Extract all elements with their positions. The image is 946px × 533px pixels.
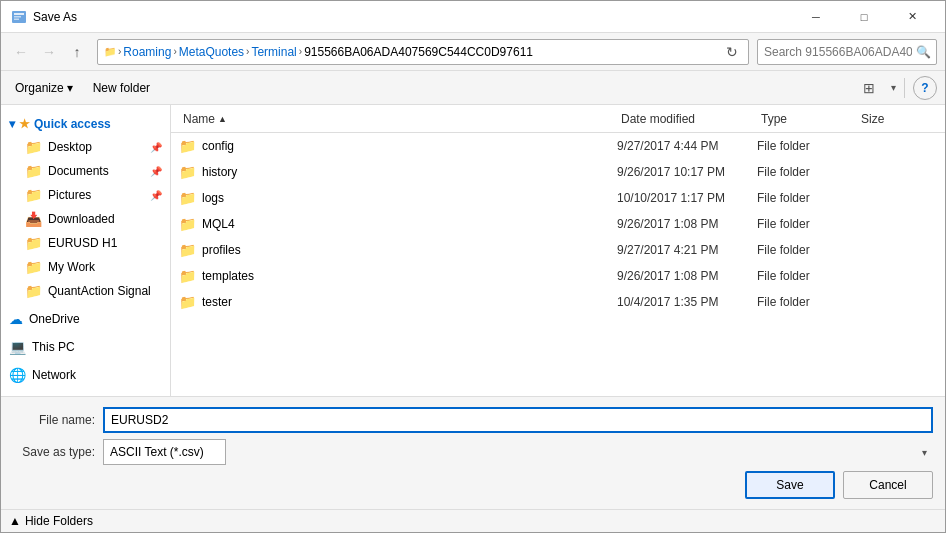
quick-access-header[interactable]: ▾ ★ Quick access bbox=[1, 113, 170, 135]
sidebar-quantaction-label: QuantAction Signal bbox=[48, 284, 151, 298]
folder-icon: 📁 bbox=[179, 216, 196, 232]
breadcrumb-terminal[interactable]: Terminal bbox=[251, 45, 296, 59]
sidebar-network-label: Network bbox=[32, 368, 76, 382]
organize-label: Organize bbox=[15, 81, 64, 95]
sidebar-pictures-label: Pictures bbox=[48, 188, 91, 202]
sidebar-item-mywork[interactable]: 📁 My Work bbox=[1, 255, 170, 279]
maximize-button[interactable]: □ bbox=[841, 7, 887, 27]
view-toggle-button[interactable]: ⊞ bbox=[855, 76, 883, 100]
sidebar-item-desktop[interactable]: 📁 Desktop 📌 bbox=[1, 135, 170, 159]
hide-folders-bar[interactable]: ▲ Hide Folders bbox=[1, 509, 945, 532]
breadcrumb: 📁 › Roaming › MetaQuotes › Terminal › 91… bbox=[104, 45, 722, 59]
breadcrumb-sep-3: › bbox=[299, 46, 302, 57]
bottom-bar: File name: Save as type: ASCII Text (*.c… bbox=[1, 396, 945, 509]
col-header-type[interactable]: Type bbox=[757, 112, 857, 126]
action-buttons-row: Save Cancel bbox=[13, 471, 933, 499]
sidebar-item-thispc[interactable]: 💻 This PC bbox=[1, 335, 170, 359]
sidebar-item-network[interactable]: 🌐 Network bbox=[1, 363, 170, 387]
col-type-label: Type bbox=[761, 112, 787, 126]
cancel-label: Cancel bbox=[869, 478, 906, 492]
file-type: File folder bbox=[757, 191, 857, 205]
sidebar-thispc-label: This PC bbox=[32, 340, 75, 354]
quick-access-section: ▾ ★ Quick access 📁 Desktop 📌 📁 Documents… bbox=[1, 113, 170, 303]
sidebar-item-pictures[interactable]: 📁 Pictures 📌 bbox=[1, 183, 170, 207]
table-row[interactable]: 📁 logs 10/10/2017 1:17 PM File folder bbox=[171, 185, 945, 211]
breadcrumb-sep-2: › bbox=[246, 46, 249, 57]
folder-icon: 📁 bbox=[179, 242, 196, 258]
organize-arrow-icon: ▾ bbox=[67, 81, 73, 95]
save-button[interactable]: Save bbox=[745, 471, 835, 499]
folder-icon: 📁 bbox=[179, 138, 196, 154]
minimize-button[interactable]: ─ bbox=[793, 7, 839, 27]
organize-button[interactable]: Organize ▾ bbox=[9, 79, 79, 97]
action-bar: Organize ▾ New folder ⊞ ▾ ? bbox=[1, 71, 945, 105]
search-icon: 🔍 bbox=[916, 45, 931, 59]
file-name: tester bbox=[202, 295, 232, 309]
table-row[interactable]: 📁 config 9/27/2017 4:44 PM File folder bbox=[171, 133, 945, 159]
savetype-select-wrapper: ASCII Text (*.csv) ▾ bbox=[103, 439, 933, 465]
sidebar-eurusd-label: EURUSD H1 bbox=[48, 236, 117, 250]
table-row[interactable]: 📁 MQL4 9/26/2017 1:08 PM File folder bbox=[171, 211, 945, 237]
toolbar-separator bbox=[904, 78, 905, 98]
savetype-select[interactable]: ASCII Text (*.csv) bbox=[103, 439, 226, 465]
sort-arrow-icon: ▲ bbox=[218, 114, 227, 124]
file-date: 10/4/2017 1:35 PM bbox=[617, 295, 757, 309]
file-type: File folder bbox=[757, 165, 857, 179]
sidebar-item-documents[interactable]: 📁 Documents 📌 bbox=[1, 159, 170, 183]
hide-folders-arrow-icon: ▲ bbox=[9, 514, 21, 528]
file-name: profiles bbox=[202, 243, 241, 257]
breadcrumb-roaming[interactable]: Roaming bbox=[123, 45, 171, 59]
file-date: 9/27/2017 4:44 PM bbox=[617, 139, 757, 153]
refresh-button[interactable]: ↻ bbox=[722, 42, 742, 62]
forward-button[interactable]: → bbox=[37, 40, 61, 64]
search-input[interactable] bbox=[757, 39, 937, 65]
table-row[interactable]: 📁 tester 10/4/2017 1:35 PM File folder bbox=[171, 289, 945, 315]
close-button[interactable]: ✕ bbox=[889, 7, 935, 27]
table-row[interactable]: 📁 profiles 9/27/2017 4:21 PM File folder bbox=[171, 237, 945, 263]
sidebar-mywork-label: My Work bbox=[48, 260, 95, 274]
downloaded-folder-icon: 📥 bbox=[25, 211, 42, 227]
col-name-label: Name bbox=[183, 112, 215, 126]
breadcrumb-home-icon: 📁 bbox=[104, 46, 116, 57]
new-folder-button[interactable]: New folder bbox=[87, 79, 156, 97]
pin-icon-desktop: 📌 bbox=[150, 142, 162, 153]
breadcrumb-metaquotes[interactable]: MetaQuotes bbox=[179, 45, 244, 59]
col-header-date[interactable]: Date modified bbox=[617, 112, 757, 126]
table-row[interactable]: 📁 templates 9/26/2017 1:08 PM File folde… bbox=[171, 263, 945, 289]
file-name: MQL4 bbox=[202, 217, 235, 231]
file-type: File folder bbox=[757, 243, 857, 257]
breadcrumb-sep-0: › bbox=[118, 46, 121, 57]
nav-toolbar: ← → ↑ 📁 › Roaming › MetaQuotes › Termina… bbox=[1, 33, 945, 71]
save-label: Save bbox=[776, 478, 803, 492]
sidebar-documents-label: Documents bbox=[48, 164, 109, 178]
back-button[interactable]: ← bbox=[9, 40, 33, 64]
sidebar-item-onedrive[interactable]: ☁ OneDrive bbox=[1, 307, 170, 331]
col-header-name[interactable]: Name ▲ bbox=[179, 112, 617, 126]
network-section: 🌐 Network bbox=[1, 363, 170, 387]
cancel-button[interactable]: Cancel bbox=[843, 471, 933, 499]
dialog-title: Save As bbox=[33, 10, 793, 24]
breadcrumb-sep-1: › bbox=[173, 46, 176, 57]
folder-icon: 📁 bbox=[179, 164, 196, 180]
mywork-folder-icon: 📁 bbox=[25, 259, 42, 275]
up-button[interactable]: ↑ bbox=[65, 40, 89, 64]
view-arrow-icon: ▾ bbox=[891, 82, 896, 93]
onedrive-icon: ☁ bbox=[9, 311, 23, 327]
svg-rect-1 bbox=[14, 13, 24, 15]
sidebar-item-quantaction[interactable]: 📁 QuantAction Signal bbox=[1, 279, 170, 303]
col-header-size[interactable]: Size bbox=[857, 112, 937, 126]
filename-input[interactable] bbox=[103, 407, 933, 433]
table-row[interactable]: 📁 history 9/26/2017 10:17 PM File folder bbox=[171, 159, 945, 185]
filename-row: File name: bbox=[13, 407, 933, 433]
file-list: 📁 config 9/27/2017 4:44 PM File folder 📁… bbox=[171, 133, 945, 396]
collapse-arrow-icon: ▾ bbox=[9, 117, 15, 131]
sidebar-item-eurusd[interactable]: 📁 EURUSD H1 bbox=[1, 231, 170, 255]
file-type: File folder bbox=[757, 139, 857, 153]
file-date: 9/26/2017 1:08 PM bbox=[617, 269, 757, 283]
help-button[interactable]: ? bbox=[913, 76, 937, 100]
file-date: 10/10/2017 1:17 PM bbox=[617, 191, 757, 205]
quantaction-folder-icon: 📁 bbox=[25, 283, 42, 299]
sidebar-item-downloaded[interactable]: 📥 Downloaded bbox=[1, 207, 170, 231]
main-content: ▾ ★ Quick access 📁 Desktop 📌 📁 Documents… bbox=[1, 105, 945, 396]
documents-folder-icon: 📁 bbox=[25, 163, 42, 179]
